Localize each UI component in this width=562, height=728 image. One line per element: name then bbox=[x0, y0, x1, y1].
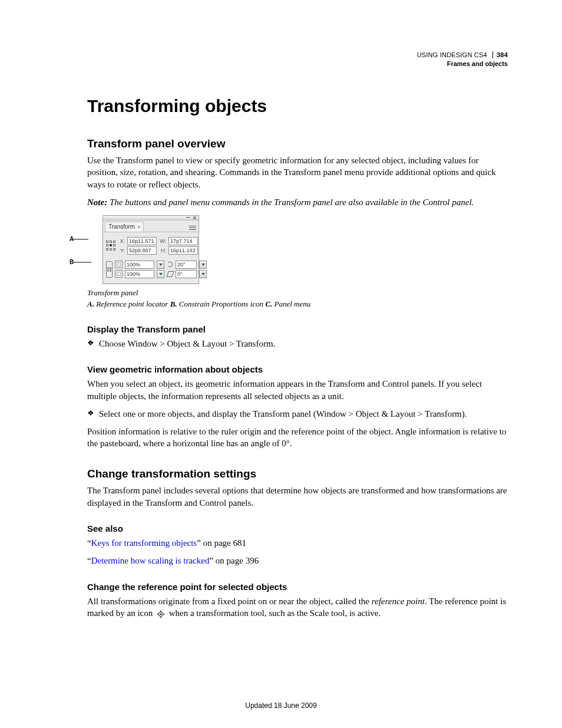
svg-text:A: A bbox=[70, 236, 74, 242]
see-also-item: “Keys for transforming objects” on page … bbox=[87, 537, 508, 549]
heading-display-panel: Display the Transform panel bbox=[87, 324, 508, 335]
diamond-bullet-icon: ❖ bbox=[87, 339, 94, 347]
step: ❖ Choose Window > Object & Layout > Tran… bbox=[87, 338, 508, 350]
link-scaling-tracked[interactable]: Determine how scaling is tracked bbox=[91, 556, 210, 565]
field-w[interactable]: 17p7.714 bbox=[168, 237, 198, 245]
para: Position information is relative to the … bbox=[87, 426, 508, 450]
panel-tab[interactable]: Transform × bbox=[105, 222, 144, 232]
panel-tab-label: Transform bbox=[108, 223, 135, 231]
heading-view-geometric: View geometric information about objects bbox=[87, 364, 508, 375]
svg-point-6 bbox=[160, 613, 162, 615]
note-label: Note: bbox=[87, 197, 107, 207]
step: ❖ Select one or more objects, and displa… bbox=[87, 408, 508, 420]
panel-titlebar bbox=[103, 216, 199, 220]
label-x: X: bbox=[118, 238, 125, 245]
scale-y-dropdown[interactable] bbox=[157, 270, 164, 278]
heading-change-reference-point: Change the reference point for selected … bbox=[87, 581, 508, 593]
note-text: The buttons and panel menu commands in t… bbox=[107, 197, 474, 207]
label-w: W: bbox=[159, 238, 166, 245]
running-header: USING INDESIGN CS4 384 Frames and object… bbox=[417, 51, 508, 69]
link-keys-transforming[interactable]: Keys for transforming objects bbox=[91, 538, 197, 548]
label-y: Y: bbox=[118, 247, 125, 254]
field-h[interactable]: 16p11.143 bbox=[168, 246, 198, 255]
chapter-title: Transforming objects bbox=[87, 94, 508, 118]
field-x[interactable]: 16p11.571 bbox=[127, 237, 157, 245]
heading-see-also: See also bbox=[87, 523, 508, 535]
see-also-item: “Determine how scaling is tracked” on pa… bbox=[87, 555, 508, 566]
figure-transform-panel: A B C Transform × bbox=[87, 215, 508, 309]
svg-text:B: B bbox=[70, 259, 74, 265]
close-icon[interactable] bbox=[193, 216, 197, 219]
tab-close-icon[interactable]: × bbox=[137, 223, 140, 230]
section-change-settings: Change transformation settings bbox=[87, 466, 508, 482]
field-rotate[interactable]: 20° bbox=[176, 261, 197, 269]
reference-point-icon bbox=[157, 610, 165, 618]
reference-point-locator[interactable] bbox=[106, 241, 115, 251]
label-h: H: bbox=[159, 247, 166, 254]
scale-y-icon bbox=[115, 270, 123, 278]
shear-icon bbox=[167, 271, 173, 277]
rotate-icon bbox=[167, 261, 173, 268]
term-reference-point: reference point bbox=[372, 597, 425, 606]
field-scale-x[interactable]: 100% bbox=[125, 261, 154, 269]
step-text: Choose Window > Object & Layout > Transf… bbox=[99, 338, 275, 350]
page-number: 384 bbox=[492, 51, 508, 58]
field-shear[interactable]: 0° bbox=[176, 270, 197, 278]
constrain-proportions-icon[interactable]: ⛓ bbox=[106, 261, 113, 278]
figure-legend: A. Reference point locator B. Constrain … bbox=[87, 299, 508, 309]
footer-updated: Updated 18 June 2009 bbox=[0, 701, 562, 710]
para: The Transform panel includes several opt… bbox=[87, 485, 508, 509]
shear-dropdown[interactable] bbox=[199, 270, 207, 278]
scale-x-dropdown[interactable] bbox=[157, 261, 164, 269]
minimize-icon[interactable] bbox=[186, 217, 190, 220]
running-title: USING INDESIGN CS4 bbox=[417, 51, 487, 58]
para: Use the Transform panel to view or speci… bbox=[87, 154, 508, 190]
panel-menu-icon[interactable] bbox=[189, 225, 197, 232]
transform-panel: Transform × bbox=[103, 215, 199, 284]
scale-x-icon bbox=[115, 261, 123, 268]
note: Note: The buttons and panel menu command… bbox=[87, 196, 508, 208]
step-text: Select one or more objects, and display … bbox=[99, 408, 467, 420]
section-transform-overview: Transform panel overview bbox=[87, 136, 508, 151]
field-scale-y[interactable]: 100% bbox=[125, 270, 154, 278]
figure-caption: Transform panel bbox=[87, 288, 508, 298]
running-section: Frames and objects bbox=[417, 60, 508, 68]
field-y[interactable]: 52p9.857 bbox=[127, 246, 157, 255]
rotate-dropdown[interactable] bbox=[199, 261, 207, 269]
para: All transformations originate from a fix… bbox=[87, 595, 508, 620]
diamond-bullet-icon: ❖ bbox=[87, 409, 94, 417]
para: When you select an object, its geometric… bbox=[87, 378, 508, 402]
